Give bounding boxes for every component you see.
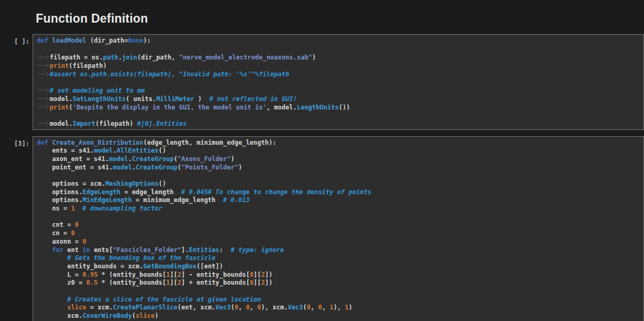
code-line: def Create_Axon_Distribution(edge_length… [37, 139, 639, 147]
kw-token: def [37, 139, 48, 146]
str-token: "Fascicles_Folder" [113, 246, 182, 254]
code-line: point_ent = s41.model.CreateGroup("Point… [37, 164, 639, 172]
code-line: L = 0.95 * (entity_bounds[1][2] - entity… [37, 271, 639, 279]
pl-token: ) [349, 304, 353, 311]
code-line: z0 = 0.5 * (entity_bounds[1][2] + entity… [37, 279, 639, 287]
code-editor[interactable]: def loadModel (dir_path=None):filepath =… [33, 34, 644, 130]
code-line: filepath = os.path.join(dir_path, "nerve… [37, 53, 639, 62]
pl-token: , [238, 304, 246, 311]
pl-token: ), [334, 304, 345, 311]
code-line: options.MinEdgeLength = minimum_edge_len… [37, 196, 639, 205]
code-line [37, 172, 639, 180]
pl-token [48, 37, 52, 44]
mth-token: Vec3 [288, 304, 303, 311]
pl-token: cnt = [37, 221, 75, 228]
pl-token: xcm. [37, 312, 83, 319]
pl-token: (filepath) [69, 62, 107, 69]
mth-token: MinEdgeLength [83, 196, 132, 204]
pl-token: axon_ent = s41. [37, 155, 109, 163]
pl-token [37, 304, 67, 311]
pl-token: model. [50, 95, 73, 103]
kw-token: in [83, 246, 90, 254]
cmt-token: #assert os.path.exists(filepath), "Inval… [50, 71, 289, 78]
cmt-token: # not reflected in GUI! [209, 95, 297, 103]
num-token: 0 [235, 304, 238, 311]
pl-token: L = [37, 271, 83, 278]
pl-token: ] - entity_bounds[ [182, 271, 250, 278]
pl-token [37, 246, 52, 254]
pl-token: (filepath) [95, 120, 137, 127]
mth-token: EdgeLength [83, 188, 120, 196]
pl-token: ) [194, 95, 209, 103]
tab-whitespace-icon [37, 62, 50, 68]
pl-token: . [113, 147, 117, 154]
pl-token: entity_bounds = xcm. [37, 263, 143, 270]
num-token: 0 [71, 229, 75, 237]
cell-list: [ ]: def loadModel (dir_path=None):filep… [0, 34, 644, 321]
pl-token: ]) [265, 271, 273, 278]
code-line: cnt = 0 [37, 221, 639, 229]
cmt-token: # downsampling factor [83, 205, 163, 212]
mth-token: path [103, 54, 118, 61]
pl-token: () [158, 180, 166, 187]
cmt-token: # 0.045# To change to change the density… [182, 188, 371, 196]
tab-whitespace-icon [37, 70, 50, 76]
bi-token: print [50, 62, 69, 69]
num-token: 0.5 [86, 279, 98, 286]
mth-token: MeshingOptions [105, 180, 158, 187]
num-token: 0.95 [83, 271, 98, 278]
fn-token: loadModel [52, 37, 86, 44]
code-line [37, 111, 639, 119]
mth-token: MilliMeter [156, 95, 194, 103]
pl-token: ) [312, 54, 316, 61]
pl-token: , [310, 304, 318, 311]
pl-token: ( [303, 304, 307, 311]
pl-token: * (entity_bounds[ [98, 279, 166, 286]
code-line: # set modeling unit to mm [37, 86, 639, 95]
pl-token [75, 205, 82, 212]
pl-token: , model. [266, 104, 297, 111]
mth-token: join [122, 54, 137, 61]
mth-token: model [94, 147, 113, 154]
str-token: "nerve_model_electrode_noaxons.sab" [179, 54, 312, 61]
code-line: # Gets the bounding box of the fascicle [37, 254, 639, 263]
pl-token: ()) [339, 104, 350, 111]
pl-token: (dir_path= [86, 37, 128, 44]
pl-token: , [322, 304, 329, 311]
pl-token: ([ent]) [196, 263, 223, 270]
num-token: 1 [166, 279, 170, 286]
str-token: 'Despite the display in the GUI, the mod… [73, 104, 266, 111]
pl-token: = xcm. [86, 304, 113, 311]
code-editor[interactable]: def Create_Axon_Distribution(edge_length… [33, 136, 644, 321]
pl-token: ns = [37, 205, 71, 212]
pl-token: (dir_path, [137, 54, 179, 61]
num-token: 1 [166, 271, 170, 278]
pl-token: ][ [254, 279, 261, 286]
pl-token: ( [177, 164, 181, 171]
notebook-page: Function Definition [ ]: def loadModel (… [0, 0, 644, 321]
mth-token: Entities [189, 246, 219, 254]
code-line: #assert os.path.exists(filepath), "Inval… [37, 70, 639, 78]
code-line [37, 287, 639, 296]
mth-token: AllEntities [117, 147, 158, 154]
mth-token: model [113, 164, 132, 171]
code-line: def loadModel (dir_path=None): [37, 37, 639, 45]
tab-whitespace-icon [37, 119, 50, 126]
pl-token: ][ [170, 279, 177, 286]
code-line [37, 78, 639, 86]
mth-token: LengthUnits [297, 104, 338, 111]
mth-token: GetBoundingBox [143, 263, 196, 270]
pl-token: * (entity_bounds[ [98, 271, 166, 278]
num-token: 0 [75, 221, 78, 228]
pl-token [37, 254, 67, 262]
pl-token: axonn = [37, 238, 83, 245]
bi-token: slice [67, 304, 86, 311]
code-line: cn = 0 [37, 229, 639, 238]
kw-token: def [37, 37, 48, 44]
pl-token: (ent, xcm. [177, 304, 215, 311]
num-token: 0 [83, 238, 86, 245]
code-line: xcm.CoverWireBody(slice) [37, 312, 639, 320]
bi-token: print [50, 104, 69, 111]
pl-token: ( [69, 104, 73, 111]
pl-token: options. [37, 196, 83, 204]
